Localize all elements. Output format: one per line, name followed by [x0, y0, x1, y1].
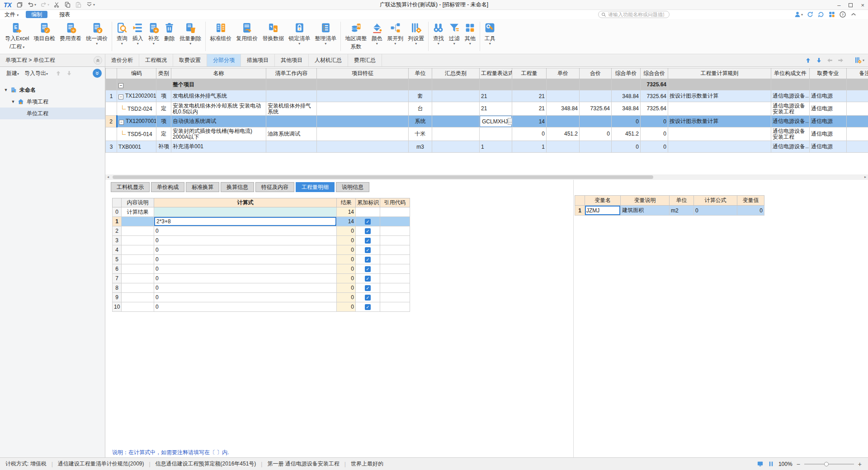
view-tab-取费设置[interactable]: 取费设置	[173, 54, 207, 66]
move-up-button[interactable]	[805, 57, 811, 64]
file-menu[interactable]: 文件 ▾	[5, 11, 19, 19]
view-tab-工程概况[interactable]: 工程概况	[139, 54, 173, 66]
panel-splitter[interactable]	[573, 180, 574, 457]
menu-tab-编制[interactable]: 编制	[26, 11, 47, 18]
cell[interactable]	[432, 79, 480, 90]
cell[interactable]: TXB0001	[117, 141, 156, 153]
detail-rownum[interactable]: 0	[113, 207, 122, 217]
reference-code-cell[interactable]	[380, 264, 410, 274]
quantity-expression-cell[interactable]: GCLMXHJ…	[480, 116, 512, 127]
menu-tab-报表[interactable]: 报表	[54, 11, 75, 18]
cell[interactable]	[668, 102, 771, 116]
tree-move-down-button[interactable]	[66, 70, 72, 76]
accumulate-checkbox[interactable]: ✓	[365, 219, 371, 225]
reference-code-cell[interactable]	[380, 226, 410, 236]
formula-cell[interactable]: 0	[154, 283, 337, 293]
cell[interactable]	[847, 116, 868, 127]
scroll-left-button[interactable]: ◂	[105, 174, 111, 180]
cell[interactable]	[266, 79, 317, 90]
cell[interactable]	[810, 79, 847, 90]
reference-code-cell[interactable]	[380, 283, 410, 293]
maximize-button[interactable]	[849, 3, 853, 7]
cell[interactable]: 0	[641, 141, 668, 153]
accumulate-cell[interactable]: ✓	[356, 236, 380, 245]
accumulate-cell[interactable]: ✓	[356, 302, 380, 312]
cell[interactable]: TSD5-014	[117, 127, 156, 141]
cell[interactable]	[612, 79, 641, 90]
detail-rownum[interactable]: 9	[113, 293, 122, 302]
tree-expander-icon[interactable]: ▼	[11, 99, 15, 104]
reference-code-cell[interactable]	[380, 236, 410, 245]
cell[interactable]: 系统	[409, 116, 432, 127]
cell[interactable]: 通信电源	[810, 127, 847, 141]
accumulate-cell[interactable]: ✓	[356, 217, 380, 226]
redo-button[interactable]: ▾	[40, 1, 49, 8]
cell[interactable]: 定	[156, 127, 171, 141]
detail-tab-工程量明细[interactable]: 工程量明细	[296, 182, 335, 192]
ribbon-button-insert[interactable]: 插入▾	[130, 19, 146, 46]
cell[interactable]: 21	[480, 102, 512, 116]
detail-desc-cell[interactable]	[122, 226, 154, 236]
cell[interactable]: 定	[156, 102, 171, 116]
reference-code-cell[interactable]	[380, 293, 410, 302]
ribbon-button-unify-price[interactable]: ¥统一调价▾	[84, 19, 110, 46]
variable-unit-cell[interactable]: m2	[670, 206, 694, 216]
search-input[interactable]	[608, 12, 664, 17]
apps-grid-button[interactable]	[828, 11, 835, 18]
ribbon-button-column-settings[interactable]: 列设置▾	[406, 19, 426, 46]
cell[interactable]	[117, 79, 156, 90]
cell[interactable]: 自动供油系统调试	[171, 116, 266, 127]
variable-value-cell[interactable]: 0	[737, 206, 764, 216]
reference-code-cell[interactable]	[380, 245, 410, 255]
cell[interactable]	[480, 79, 512, 90]
refresh-button[interactable]	[817, 11, 825, 18]
accumulate-cell[interactable]: ✓	[356, 245, 380, 255]
move-down-button[interactable]	[816, 57, 822, 64]
cell[interactable]	[409, 79, 432, 90]
cell[interactable]	[847, 102, 868, 116]
detail-rownum[interactable]: 4	[113, 245, 122, 255]
cell[interactable]	[106, 127, 117, 141]
detail-desc-cell[interactable]	[122, 245, 154, 255]
horizontal-scrollbar[interactable]: ◂ ▸	[105, 174, 868, 180]
formula-cell[interactable]: 0	[154, 264, 337, 274]
cell[interactable]	[432, 141, 480, 153]
collapse-button[interactable]	[850, 11, 857, 18]
formula-cell[interactable]: 0	[154, 255, 337, 264]
cell[interactable]	[668, 141, 771, 153]
formula-cell[interactable]: 0	[154, 293, 337, 302]
cell[interactable]: 0	[512, 127, 547, 141]
cell[interactable]	[547, 116, 580, 127]
collapse-box-icon[interactable]	[118, 94, 123, 99]
cell[interactable]: 补充清单001	[171, 141, 266, 153]
tree-expander-icon[interactable]: ▼	[4, 88, 8, 92]
ribbon-button-region-adjust[interactable]: H地区调整系数	[343, 19, 369, 50]
collapse-box-icon[interactable]	[118, 83, 123, 88]
reference-code-cell[interactable]	[380, 274, 410, 283]
detail-tab-标准换算[interactable]: 标准换算	[186, 182, 219, 192]
tree-item-单项工程[interactable]: ▼单项工程	[0, 96, 105, 108]
ribbon-button-organize-list[interactable]: 整理清单▾	[312, 19, 339, 46]
detail-rownum[interactable]: 6	[113, 264, 122, 274]
ribbon-button-reuse-price[interactable]: 复用组价	[234, 19, 260, 42]
cell[interactable]: 安装封闭式插接母线槽(每相电流) 2000A以下	[171, 127, 266, 141]
zoom-in-button[interactable]: +	[858, 461, 862, 467]
split-view-button[interactable]	[768, 461, 774, 467]
close-button[interactable]: ×	[861, 2, 864, 8]
cell[interactable]: 7325.64	[580, 102, 612, 116]
tree-item-未命名[interactable]: ▼未命名	[0, 84, 105, 96]
cell[interactable]: 项	[156, 90, 171, 102]
ribbon-button-fee-view[interactable]: ÷费用查看	[57, 19, 84, 42]
cell[interactable]	[317, 79, 409, 90]
ribbon-button-color[interactable]: 颜色▾	[369, 19, 385, 46]
cell[interactable]: 7325.64	[641, 90, 668, 102]
reference-code-cell[interactable]	[380, 217, 410, 226]
accumulate-checkbox[interactable]: ✓	[365, 238, 371, 244]
cell[interactable]	[432, 90, 480, 102]
cell[interactable]: 整个项目	[171, 79, 266, 90]
view-tab-其他项目[interactable]: 其他项目	[275, 54, 309, 66]
cell[interactable]	[156, 79, 171, 90]
cell[interactable]: 2	[106, 116, 117, 127]
cell[interactable]	[432, 116, 480, 127]
accumulate-checkbox[interactable]: ✓	[365, 285, 371, 291]
